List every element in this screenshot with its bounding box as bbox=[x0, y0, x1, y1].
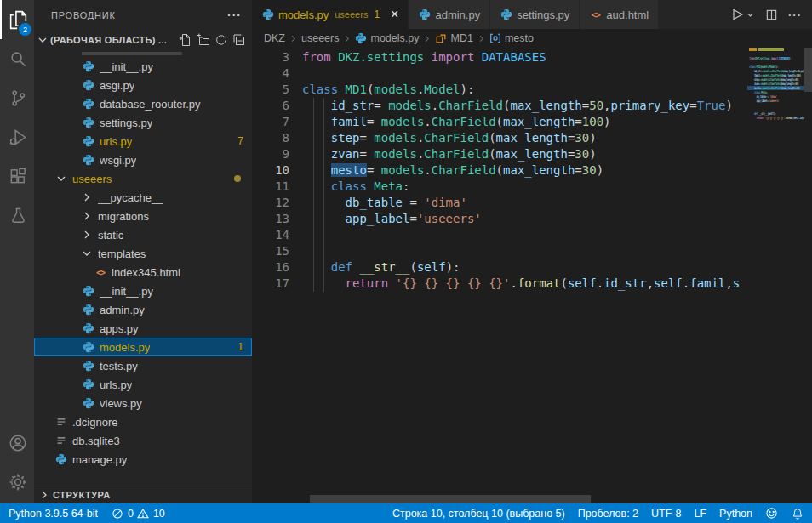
tree-item-__pycache__[interactable]: __pycache__ bbox=[34, 188, 252, 207]
code-line[interactable]: 8 step= models.CharField(max_length=30) bbox=[252, 130, 747, 146]
cursor-position[interactable]: Строка 10, столбец 10 (выбрано 5) bbox=[392, 508, 565, 520]
feedback-icon bbox=[765, 507, 778, 520]
code-line[interactable]: 14 bbox=[252, 227, 747, 243]
feedback-button[interactable] bbox=[765, 507, 778, 520]
problems[interactable]: 010 bbox=[112, 507, 165, 520]
activity-item-accounts[interactable] bbox=[0, 424, 34, 463]
language-mode[interactable]: Python bbox=[719, 508, 752, 520]
indent-guide bbox=[313, 227, 314, 243]
activity-item-run-debug[interactable] bbox=[0, 117, 34, 156]
code-line[interactable]: 9 zvan= models.CharField(max_length=30) bbox=[252, 146, 747, 162]
tree-item-label: useeers bbox=[72, 173, 112, 185]
refresh-button[interactable] bbox=[214, 32, 229, 48]
explorer-sidebar: ПРОВОДНИК ··· (РАБОЧАЯ ОБЛАСТЬ) ... __in… bbox=[34, 0, 252, 503]
code-line[interactable]: 4 bbox=[252, 65, 747, 82]
tree-item-tests.py[interactable]: tests.py bbox=[34, 356, 252, 375]
collapse-folders-button[interactable] bbox=[232, 32, 247, 48]
tree-item-urls.py[interactable]: urls.py bbox=[34, 375, 252, 394]
tree-item-settings.py[interactable]: settings.py bbox=[34, 113, 252, 132]
code-line[interactable]: 7 famil= models.CharField(max_length=100… bbox=[252, 114, 747, 130]
code-line[interactable]: 12 db_table = 'dima' bbox=[252, 195, 747, 211]
vertical-scrollbar[interactable] bbox=[804, 48, 812, 503]
workspace-section-header[interactable]: (РАБОЧАЯ ОБЛАСТЬ) ... bbox=[34, 30, 252, 49]
tree-item-wsgi.py[interactable]: wsgi.py bbox=[34, 151, 252, 169]
workspace-label: (РАБОЧАЯ ОБЛАСТЬ) ... bbox=[50, 35, 167, 45]
new-file-button[interactable] bbox=[178, 32, 193, 48]
code-line[interactable]: 11 class Meta: bbox=[252, 179, 747, 195]
tree-item-apps.py[interactable]: apps.py bbox=[34, 319, 252, 338]
indentation[interactable]: Пробелов: 2 bbox=[578, 508, 638, 520]
tree-item-migrations[interactable]: migrations bbox=[34, 207, 252, 225]
tree-item-useeers[interactable]: useeers bbox=[34, 169, 252, 188]
horizontal-scrollbar-thumb[interactable] bbox=[310, 495, 591, 503]
code-line[interactable]: 5class MD1(models.Model): bbox=[252, 82, 747, 98]
breadcrumb-item-MD1[interactable]: MD1 bbox=[435, 32, 472, 44]
split-editor-button[interactable] bbox=[765, 9, 778, 21]
code-line[interactable]: 3from DKZ.settings import DATABASES bbox=[252, 49, 747, 65]
more-actions-button[interactable]: ··· bbox=[788, 9, 802, 21]
tree-item-.dcignore[interactable]: .dcignore bbox=[34, 412, 252, 431]
notifications-button[interactable] bbox=[791, 507, 803, 520]
source-control-icon bbox=[9, 88, 28, 108]
code-line[interactable]: 16 def __str__(self): bbox=[252, 259, 747, 276]
tree-item-asgi.py[interactable]: asgi.py bbox=[34, 76, 252, 94]
close-icon[interactable]: × bbox=[391, 8, 398, 21]
breadcrumb-separator-icon bbox=[342, 34, 352, 43]
new-folder-button[interactable] bbox=[196, 32, 211, 48]
code-line[interactable]: 17 return '{} {} {} {} {}'.format(self.i… bbox=[252, 276, 747, 292]
run-button[interactable] bbox=[730, 8, 755, 21]
tree-item-models.py[interactable]: models.py1 bbox=[34, 338, 252, 356]
activity-item-search[interactable] bbox=[0, 39, 34, 78]
error-count: 0 bbox=[128, 508, 134, 520]
tree-item-views.py[interactable]: views.py bbox=[34, 394, 252, 412]
python-icon bbox=[82, 303, 95, 316]
tree-item-static[interactable]: static bbox=[34, 225, 252, 244]
code-text: return '{} {} {} {} {}'.format(self.id_s… bbox=[302, 276, 740, 292]
clipped-tree-item[interactable] bbox=[34, 49, 252, 57]
activity-item-explorer[interactable]: 2 bbox=[0, 0, 34, 39]
tree-item-urls.py[interactable]: urls.py7 bbox=[34, 132, 252, 151]
code-line[interactable]: 10 mesto= models.CharField(max_length=30… bbox=[252, 162, 747, 179]
indent-guide bbox=[323, 146, 324, 162]
breadcrumb-item-DKZ[interactable]: DKZ bbox=[264, 32, 285, 44]
split-icon bbox=[765, 9, 778, 21]
status-bar-left: Python 3.9.5 64-bit010 bbox=[9, 507, 165, 520]
code-line[interactable]: 6 id_str= models.CharField(max_length=50… bbox=[252, 98, 747, 114]
tree-item-index345.html[interactable]: <>index345.html bbox=[34, 263, 252, 281]
tree-item-manage.py[interactable]: manage.py bbox=[34, 450, 252, 469]
vertical-scrollbar-thumb[interactable] bbox=[804, 48, 812, 92]
tree-item-__init__.py[interactable]: __init__.py bbox=[34, 281, 252, 300]
tree-item-db.sqlite3[interactable]: db.sqlite3 bbox=[34, 431, 252, 450]
breadcrumb-separator-icon bbox=[422, 34, 432, 43]
tree-item-database_roouter.py[interactable]: database_roouter.py bbox=[34, 94, 252, 113]
warning-icon bbox=[137, 507, 150, 520]
breadcrumb-item-models.py[interactable]: models.py bbox=[355, 32, 419, 44]
eol[interactable]: LF bbox=[694, 508, 706, 520]
activity-item-manage[interactable] bbox=[0, 463, 34, 502]
code-line[interactable]: 15 bbox=[252, 243, 747, 259]
encoding[interactable]: UTF-8 bbox=[651, 508, 681, 520]
outline-section-header[interactable]: СТРУКТУРА bbox=[34, 486, 252, 503]
line-number: 6 bbox=[252, 98, 289, 114]
activity-item-testing[interactable] bbox=[0, 196, 34, 235]
breadcrumb-item-useeers[interactable]: useeers bbox=[301, 32, 339, 44]
minimap[interactable]: from DKZ.settings import DATABASESclass … bbox=[747, 48, 804, 503]
python-interpreter[interactable]: Python 3.9.5 64-bit bbox=[9, 508, 98, 520]
tree-item-templates[interactable]: templates bbox=[34, 244, 252, 263]
code-line[interactable]: 13 app_label='useeers' bbox=[252, 211, 747, 227]
tab-settings.py[interactable]: settings.py bbox=[490, 0, 580, 29]
explorer-more-actions-button[interactable]: ··· bbox=[227, 9, 242, 22]
tree-item-admin.py[interactable]: admin.py bbox=[34, 300, 252, 319]
tree-item-label: __pycache__ bbox=[98, 191, 163, 204]
line-number: 3 bbox=[252, 49, 289, 65]
code-editor[interactable]: 3from DKZ.settings import DATABASES45cla… bbox=[252, 48, 747, 503]
tree-item-__init__.py[interactable]: __init__.py bbox=[34, 57, 252, 76]
activity-item-extensions[interactable] bbox=[0, 156, 34, 196]
tab-label: aud.html bbox=[606, 9, 649, 21]
breadcrumb-item-mesto[interactable]: mesto bbox=[489, 32, 534, 44]
tab-aud.html[interactable]: <>aud.html bbox=[580, 0, 659, 29]
indent-guide bbox=[323, 130, 324, 146]
tab-admin.py[interactable]: admin.py bbox=[409, 0, 490, 29]
activity-item-source-control[interactable] bbox=[0, 78, 34, 117]
tab-models.py[interactable]: models.pyuseeers1× bbox=[252, 0, 409, 29]
